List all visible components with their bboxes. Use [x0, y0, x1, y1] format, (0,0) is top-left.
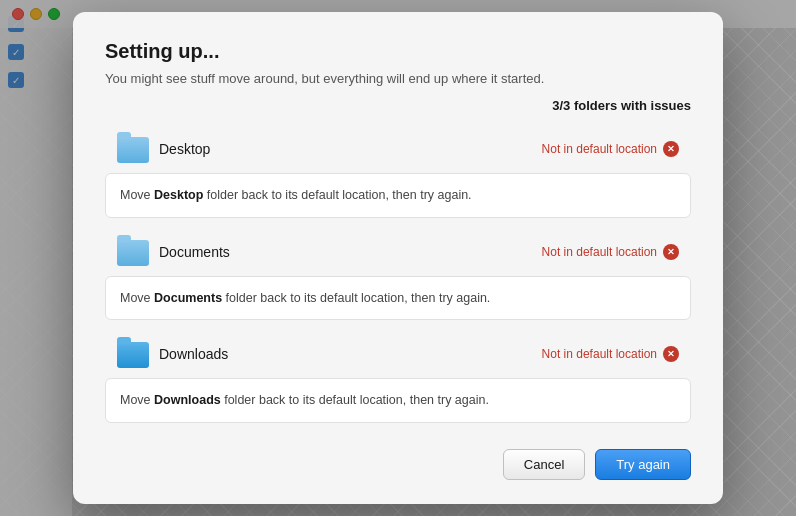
- folder-list: Desktop Not in default location Move Des…: [105, 125, 691, 433]
- folder-icon-documents: [117, 238, 149, 266]
- folder-shape-desktop: [117, 137, 149, 163]
- try-again-button[interactable]: Try again: [595, 449, 691, 480]
- folder-status-text-desktop: Not in default location: [542, 142, 657, 156]
- folder-section-documents: Documents Not in default location Move D…: [105, 228, 691, 323]
- folder-row-desktop: Desktop Not in default location: [105, 125, 691, 173]
- folder-section-downloads: Downloads Not in default location Move D…: [105, 330, 691, 425]
- folder-message-desktop: Move Desktop folder back to its default …: [105, 173, 691, 218]
- folder-row-downloads: Downloads Not in default location: [105, 330, 691, 378]
- folder-name-downloads: Downloads: [159, 346, 228, 362]
- folder-status-text-downloads: Not in default location: [542, 347, 657, 361]
- folder-row-left-desktop: Desktop: [117, 135, 210, 163]
- folder-row-left-documents: Documents: [117, 238, 230, 266]
- folder-message-bold-desktop: Desktop: [154, 188, 203, 202]
- folder-icon-downloads: [117, 340, 149, 368]
- folder-status-text-documents: Not in default location: [542, 245, 657, 259]
- modal-dialog: Setting up... You might see stuff move a…: [73, 12, 723, 504]
- cancel-button[interactable]: Cancel: [503, 449, 585, 480]
- error-icon-documents: [663, 244, 679, 260]
- modal-title: Setting up...: [105, 40, 691, 63]
- error-icon-desktop: [663, 141, 679, 157]
- folder-message-downloads: Move Downloads folder back to its defaul…: [105, 378, 691, 423]
- folder-message-documents: Move Documents folder back to its defaul…: [105, 276, 691, 321]
- folder-name-documents: Documents: [159, 244, 230, 260]
- folder-section-desktop: Desktop Not in default location Move Des…: [105, 125, 691, 220]
- folder-row-left-downloads: Downloads: [117, 340, 228, 368]
- folder-name-desktop: Desktop: [159, 141, 210, 157]
- folder-message-bold-documents: Documents: [154, 291, 222, 305]
- folder-row-documents: Documents Not in default location: [105, 228, 691, 276]
- folder-status-downloads: Not in default location: [542, 346, 679, 362]
- folder-message-bold-downloads: Downloads: [154, 393, 221, 407]
- modal-overlay: Setting up... You might see stuff move a…: [0, 0, 796, 516]
- folder-shape-documents: [117, 240, 149, 266]
- modal-subtitle: You might see stuff move around, but eve…: [105, 71, 691, 86]
- folder-status-desktop: Not in default location: [542, 141, 679, 157]
- folder-status-documents: Not in default location: [542, 244, 679, 260]
- folder-shape-downloads: [117, 342, 149, 368]
- folder-icon-desktop: [117, 135, 149, 163]
- issues-count: 3/3 folders with issues: [105, 98, 691, 113]
- error-icon-downloads: [663, 346, 679, 362]
- modal-footer: Cancel Try again: [105, 449, 691, 480]
